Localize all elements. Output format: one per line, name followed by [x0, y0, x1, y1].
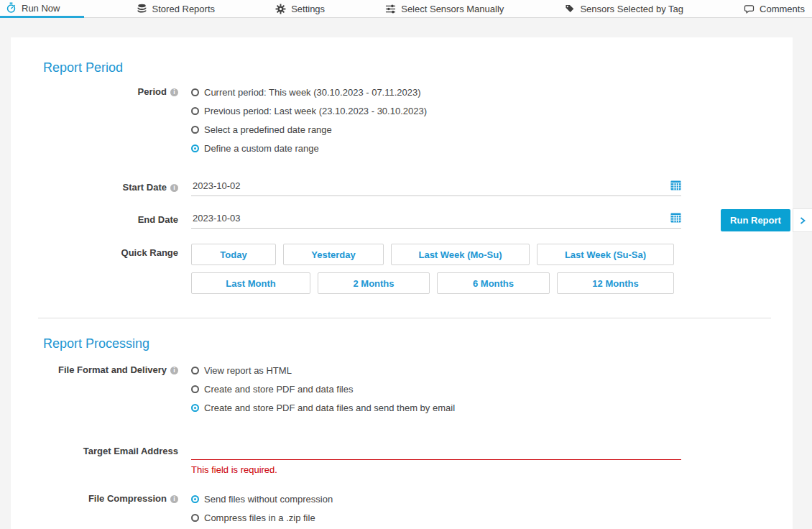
- target-email-label-col: Target Email Address: [11, 442, 178, 461]
- file-format-options: View report as HTML Create and store PDF…: [191, 361, 455, 417]
- quick-range-last-week-mo-su-button[interactable]: Last Week (Mo-Su): [391, 244, 530, 265]
- option-label: Previous period: Last week (23.10.2023 -…: [204, 106, 427, 116]
- sliders-icon: [385, 4, 396, 14]
- quick-range-2-months-button[interactable]: 2 Months: [318, 272, 430, 294]
- file-compression-label-col: File Compression: [11, 489, 178, 508]
- radio-icon: [191, 367, 199, 374]
- radio-icon: [191, 88, 199, 96]
- quick-range-row: Quick Range Today Yesterday Last Week (M…: [11, 244, 793, 294]
- end-date-label: End Date: [138, 211, 178, 229]
- section-divider: [38, 318, 771, 318]
- quick-range-label-col: Quick Range: [11, 244, 178, 262]
- settings-card: Report Period Period Current period: Thi…: [11, 37, 793, 529]
- quick-range-row-2: Last Month 2 Months 6 Months 12 Months: [191, 272, 681, 294]
- tab-label: Stored Reports: [152, 4, 215, 14]
- calendar-icon[interactable]: [670, 180, 681, 190]
- file-format-option-pdf[interactable]: Create and store PDF and data files: [191, 380, 455, 398]
- start-date-label-col: Start Date: [11, 178, 178, 197]
- radio-icon: [191, 126, 199, 134]
- option-label: Compress files in a .zip file: [204, 512, 315, 523]
- report-processing-title: Report Processing: [43, 336, 793, 351]
- file-format-option-pdf-email[interactable]: Create and store PDF and data files and …: [191, 398, 455, 417]
- info-icon: [170, 495, 178, 503]
- quick-range-row-1: Today Yesterday Last Week (Mo-Su) Last W…: [191, 244, 681, 265]
- option-label: View report as HTML: [204, 365, 292, 376]
- info-icon: [170, 367, 178, 374]
- tab-bar: Run Now Stored Reports: [0, 0, 812, 18]
- period-option-custom[interactable]: Define a custom date range: [191, 139, 427, 157]
- tab-label: Run Now: [22, 3, 60, 14]
- option-label: Define a custom date range: [204, 143, 319, 154]
- end-date-row: End Date: [11, 211, 793, 229]
- file-compression-label: File Compression: [88, 489, 167, 508]
- compression-option-zip[interactable]: Compress files in a .zip file: [191, 508, 333, 527]
- radio-selected-icon: [191, 144, 199, 152]
- end-date-input[interactable]: [191, 211, 681, 229]
- side-panel-expand-handle[interactable]: [793, 208, 812, 232]
- period-options: Current period: This week (30.10.2023 - …: [191, 83, 427, 157]
- tab-comments[interactable]: Comments: [735, 0, 812, 18]
- radio-icon: [191, 385, 199, 393]
- target-email-field: This field is required.: [191, 442, 681, 475]
- report-run-now-page: Run Now Stored Reports: [0, 0, 812, 529]
- database-icon: [137, 4, 147, 14]
- period-option-current[interactable]: Current period: This week (30.10.2023 - …: [191, 83, 427, 101]
- tab-run-now[interactable]: Run Now: [0, 0, 84, 18]
- tab-sensors-selected-by-tag[interactable]: Sensors Selected by Tag: [555, 0, 692, 18]
- target-email-input[interactable]: [191, 442, 681, 460]
- quick-range-6-months-button[interactable]: 6 Months: [437, 272, 550, 294]
- option-label: Current period: This week (30.10.2023 - …: [204, 87, 421, 98]
- quick-range-last-week-su-sa-button[interactable]: Last Week (Su-Sa): [537, 244, 674, 265]
- quick-range-yesterday-button[interactable]: Yesterday: [283, 244, 384, 265]
- tab-select-sensors-manually[interactable]: Select Sensors Manually: [377, 0, 512, 18]
- option-label: Create and store PDF and data files: [204, 384, 353, 395]
- run-report-button[interactable]: Run Report: [721, 209, 790, 231]
- tab-label: Sensors Selected by Tag: [580, 4, 683, 14]
- period-option-predefined[interactable]: Select a predefined date range: [191, 120, 427, 139]
- required-field-error: This field is required.: [191, 464, 681, 475]
- option-label: Send files without compression: [204, 494, 333, 505]
- compression-option-none[interactable]: Send files without compression: [191, 489, 333, 508]
- file-format-label: File Format and Delivery: [58, 361, 167, 380]
- info-icon: [170, 184, 178, 192]
- radio-selected-icon: [191, 495, 199, 503]
- tab-label: Settings: [291, 4, 325, 14]
- period-option-previous[interactable]: Previous period: Last week (23.10.2023 -…: [191, 101, 427, 120]
- radio-icon: [191, 514, 199, 522]
- calendar-icon[interactable]: [670, 212, 681, 223]
- quick-range-today-button[interactable]: Today: [191, 244, 276, 265]
- quick-range-label: Quick Range: [121, 244, 178, 262]
- start-date-label: Start Date: [123, 178, 167, 197]
- file-compression-options: Send files without compression Compress …: [191, 489, 333, 527]
- quick-range-12-months-button[interactable]: 12 Months: [557, 272, 674, 294]
- start-date-input[interactable]: [191, 178, 681, 196]
- target-email-label: Target Email Address: [83, 442, 178, 461]
- comment-icon: [744, 4, 755, 14]
- file-format-option-html[interactable]: View report as HTML: [191, 361, 455, 380]
- option-label: Select a predefined date range: [204, 124, 332, 135]
- gear-icon: [275, 4, 286, 14]
- tab-label: Comments: [760, 4, 805, 14]
- tab-settings[interactable]: Settings: [267, 0, 333, 18]
- period-label: Period: [138, 83, 167, 101]
- file-format-label-col: File Format and Delivery: [11, 361, 178, 380]
- quick-range-buttons: Today Yesterday Last Week (Mo-Su) Last W…: [191, 244, 681, 294]
- period-label-col: Period: [11, 83, 178, 101]
- start-date-row: Start Date: [11, 178, 793, 197]
- chevron-right-icon: [799, 216, 806, 225]
- tab-stored-reports[interactable]: Stored Reports: [128, 0, 223, 18]
- stopwatch-icon: [6, 2, 17, 14]
- option-label: Create and store PDF and data files and …: [204, 402, 455, 413]
- period-row: Period Current period: This week (30.10.…: [11, 83, 793, 157]
- file-format-row: File Format and Delivery View report as …: [11, 361, 793, 417]
- target-email-row: Target Email Address This field is requi…: [11, 442, 793, 475]
- tab-label: Select Sensors Manually: [401, 4, 504, 14]
- tag-icon: [564, 4, 575, 14]
- start-date-field: [191, 178, 681, 196]
- end-date-label-col: End Date: [11, 211, 178, 229]
- info-icon: [170, 88, 178, 96]
- radio-selected-icon: [191, 404, 199, 412]
- file-compression-row: File Compression Send files without comp…: [11, 489, 793, 527]
- quick-range-last-month-button[interactable]: Last Month: [191, 272, 310, 294]
- radio-icon: [191, 107, 199, 115]
